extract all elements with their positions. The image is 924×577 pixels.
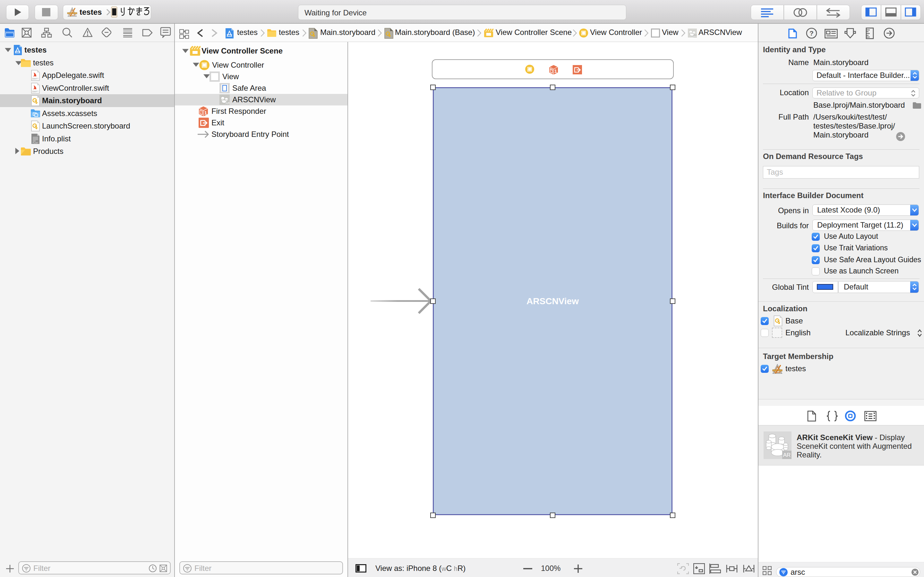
- svg-text:SWIFT: SWIFT: [32, 90, 39, 93]
- svg-text:PLIST: PLIST: [32, 141, 38, 143]
- svg-text:AR: AR: [693, 35, 697, 38]
- svg-text:testes: testes: [79, 8, 102, 16]
- svg-text:SWIFT: SWIFT: [32, 77, 39, 80]
- svg-text:AR: AR: [226, 102, 230, 105]
- svg-text:AR: AR: [783, 452, 791, 458]
- svg-text:1: 1: [554, 68, 557, 74]
- svg-text:?: ?: [809, 29, 814, 37]
- svg-text:1: 1: [204, 110, 207, 115]
